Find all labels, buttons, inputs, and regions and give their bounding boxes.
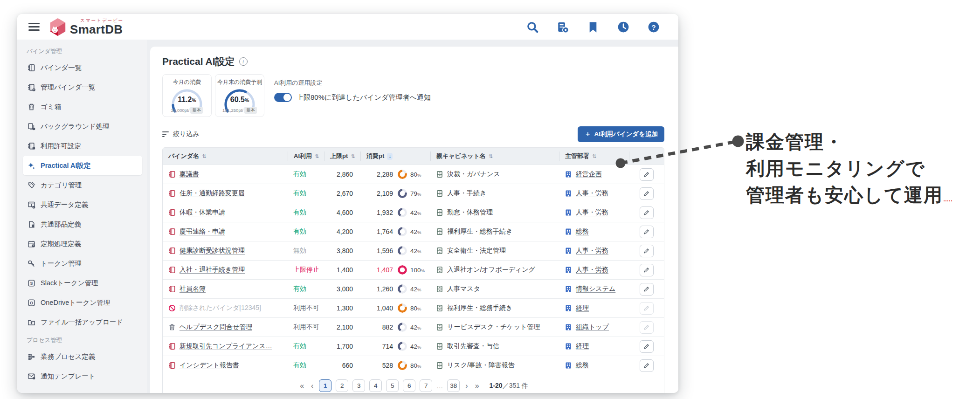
app-logo[interactable]: スマートデービー SmartDB xyxy=(49,17,124,37)
department-link[interactable]: 人事・労務 xyxy=(576,208,608,217)
sidebar-item[interactable]: バックグラウンド処理 xyxy=(23,117,142,136)
sidebar-item[interactable]: バインダ一覧 xyxy=(23,58,142,77)
page-button[interactable]: 7 xyxy=(420,379,432,392)
binder-name-link[interactable]: 新規取引先コンプライアンス… xyxy=(179,342,272,351)
hamburger-menu-icon[interactable] xyxy=(28,23,40,31)
table-row: 削除されたバインダ[12345]利用不可1,3001,04080%福利厚生・総務… xyxy=(163,298,664,317)
sidebar-item[interactable]: 通知テンプレート xyxy=(23,366,142,386)
edit-button[interactable] xyxy=(640,283,654,296)
department-link[interactable]: 人事・労務 xyxy=(576,247,608,255)
slack-icon: S xyxy=(28,279,35,287)
bookmark-icon[interactable] xyxy=(587,21,599,33)
sidebar-item[interactable]: 業務プロセス定義 xyxy=(23,347,142,366)
page-button[interactable]: 6 xyxy=(403,379,415,392)
department-cell: 総務 xyxy=(559,227,629,236)
sidebar-item[interactable]: トークン管理 xyxy=(23,254,142,273)
page-button[interactable]: 1 xyxy=(319,379,331,392)
column-header-3[interactable]: 上限pt⇅ xyxy=(324,151,360,161)
department-link[interactable]: 情報システム xyxy=(576,285,615,293)
department-link[interactable]: 総務 xyxy=(576,227,589,236)
department-link[interactable]: 経理 xyxy=(576,304,589,312)
edit-button[interactable] xyxy=(640,340,654,353)
department-link[interactable]: 総務 xyxy=(576,361,589,370)
cabinet-name: サービスデスク・チケット管理 xyxy=(447,323,540,331)
sidebar-item[interactable]: OOneDriveトークン管理 xyxy=(23,293,142,312)
edit-button[interactable] xyxy=(640,226,654,238)
department-link[interactable]: 経営企画 xyxy=(576,170,602,179)
usage-donut xyxy=(398,246,407,255)
sidebar-item-label: OneDriveトークン管理 xyxy=(41,298,110,307)
sidebar-item[interactable]: 管理バインダ一覧 xyxy=(23,77,142,97)
first-page-button[interactable]: « xyxy=(298,382,305,390)
sidebar-item[interactable]: カテゴリ管理 xyxy=(23,175,142,195)
column-header-2[interactable]: AI利用⇅ xyxy=(288,151,324,161)
flow-icon xyxy=(28,353,35,361)
binder-name-link[interactable]: ヘルプデスク問合せ管理 xyxy=(179,323,252,331)
page-button[interactable]: 5 xyxy=(386,379,399,392)
sidebar-item[interactable]: Practical AI設定 xyxy=(23,156,142,175)
page-button[interactable]: 3 xyxy=(352,379,365,392)
binder-name-link[interactable]: 稟議書 xyxy=(179,170,199,179)
consumed-value: 1,407 xyxy=(366,266,393,274)
usage-percent-label: 42% xyxy=(410,324,421,331)
binder-name-link[interactable]: インシデント報告書 xyxy=(179,361,239,370)
edit-button[interactable] xyxy=(640,359,654,372)
doc-part-icon xyxy=(28,220,35,228)
prev-page-button[interactable]: ‹ xyxy=(310,382,315,390)
department-link[interactable]: 人事・労務 xyxy=(576,189,608,198)
process-icon[interactable] xyxy=(557,21,569,33)
edit-cell xyxy=(629,264,664,276)
usage-percent-label: 80% xyxy=(410,305,421,312)
binder-name-link[interactable]: 健康診断受診状況管理 xyxy=(179,247,245,255)
usage-donut xyxy=(398,208,407,217)
help-icon[interactable]: ? xyxy=(648,21,660,33)
binder-name-link[interactable]: 休暇・休業申請 xyxy=(179,208,225,217)
clock-icon[interactable] xyxy=(617,21,629,33)
sidebar-item[interactable]: ゴミ箱 xyxy=(23,97,142,117)
column-header-5[interactable]: 親キャビネット名⇅ xyxy=(430,151,559,161)
binder-name-link[interactable]: 社員名簿 xyxy=(179,285,206,293)
sidebar-item[interactable]: 利用許可設定 xyxy=(23,136,142,156)
department-link[interactable]: 人事・労務 xyxy=(576,266,608,274)
status-label: 利用不可 xyxy=(293,323,319,331)
usage-percent-label: 80% xyxy=(410,362,421,369)
binder-name-link[interactable]: 慶弔連絡・申請 xyxy=(179,227,225,236)
column-header-6[interactable]: 主管部署⇅ xyxy=(559,151,629,161)
add-ai-binder-button[interactable]: ＋ AI利用バインダを追加 xyxy=(578,126,664,142)
sort-icon: ⇅ xyxy=(202,153,206,159)
cabinet-name: 福利厚生・総務手続き xyxy=(447,227,512,236)
app-body: バインダ管理バインダ一覧管理バインダ一覧ゴミ箱バックグラウンド処理利用許可設定P… xyxy=(17,40,678,393)
ai-status-cell: 有効 xyxy=(288,189,324,198)
filter-button[interactable]: 絞り込み xyxy=(162,130,200,138)
search-icon[interactable] xyxy=(526,21,538,33)
sidebar-item-label: トークン管理 xyxy=(41,259,82,268)
edit-button[interactable] xyxy=(640,168,654,181)
binder-name-link[interactable]: 住所・通勤経路変更届 xyxy=(179,189,245,198)
consumed-value: 2,288 xyxy=(366,171,393,178)
edit-button[interactable] xyxy=(640,187,654,200)
edit-button[interactable] xyxy=(640,245,654,257)
column-label: AI利用 xyxy=(294,152,312,160)
page-button[interactable]: 4 xyxy=(369,379,382,392)
info-icon[interactable]: i xyxy=(239,57,248,66)
edit-button[interactable] xyxy=(640,264,654,276)
sidebar-item[interactable]: 定期処理定義 xyxy=(23,234,142,254)
department-link[interactable]: 経理 xyxy=(576,342,589,351)
binder-name-link[interactable]: 入社・退社手続き管理 xyxy=(179,266,245,274)
onedrive-icon: O xyxy=(28,299,35,307)
column-header-1[interactable]: バインダ名⇅ xyxy=(163,151,288,161)
sidebar-item[interactable]: ファイル一括アップロード xyxy=(23,312,142,332)
edit-button[interactable] xyxy=(640,206,654,219)
sidebar-item[interactable]: SSlackトークン管理 xyxy=(23,273,142,293)
sidebar-item[interactable]: 共通データ定義 xyxy=(23,195,142,214)
cabinet-icon xyxy=(436,285,443,293)
page-button[interactable]: 2 xyxy=(336,379,348,392)
last-page-button[interactable]: » xyxy=(474,382,481,390)
next-page-button[interactable]: › xyxy=(464,382,469,390)
sidebar-item[interactable]: 共通部品定義 xyxy=(23,214,142,234)
page-button[interactable]: 38 xyxy=(447,379,460,392)
notify-toggle[interactable] xyxy=(274,93,292,102)
cabinet-name: リスク/事故・障害報告 xyxy=(447,361,515,370)
column-header-4[interactable]: 消費pt↓ xyxy=(360,151,430,161)
department-link[interactable]: 組織トップ xyxy=(576,323,609,331)
